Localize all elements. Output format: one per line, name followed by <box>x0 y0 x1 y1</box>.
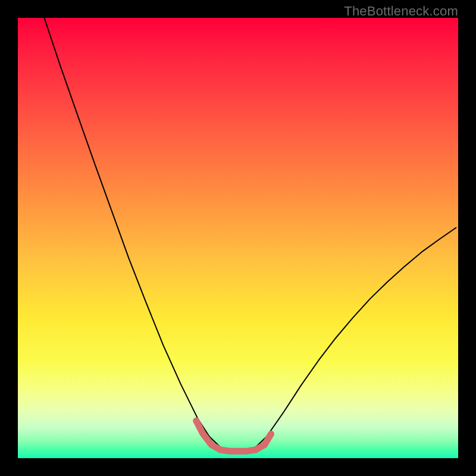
bottleneck-curve <box>44 18 456 451</box>
watermark-text: TheBottleneck.com <box>344 4 458 19</box>
chart-container: TheBottleneck.com <box>0 0 476 476</box>
plot-area <box>18 18 458 458</box>
highlight-band <box>196 421 271 451</box>
chart-svg <box>18 18 458 458</box>
